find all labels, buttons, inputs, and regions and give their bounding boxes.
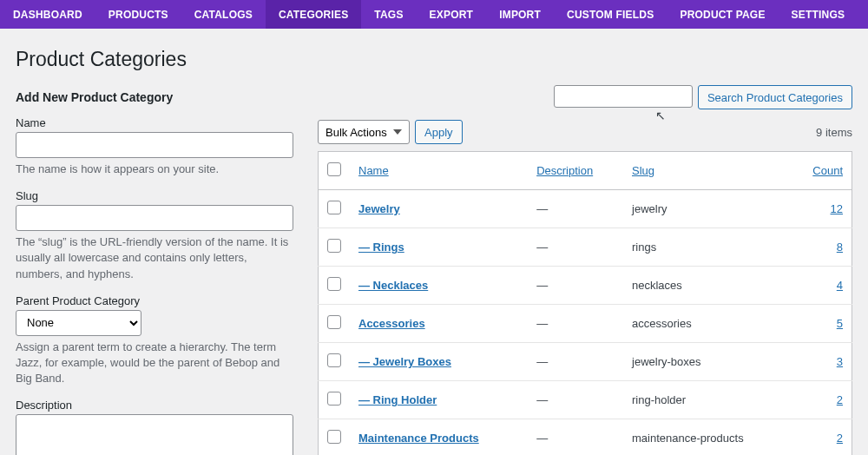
col-name[interactable]: Name xyxy=(358,164,389,177)
row-name-link[interactable]: Jewelry xyxy=(358,202,400,215)
name-help: The name is how it appears on your site. xyxy=(16,162,293,177)
row-checkbox[interactable] xyxy=(327,353,341,367)
description-label: Description xyxy=(16,399,293,412)
name-input[interactable] xyxy=(16,132,293,158)
row-count-link[interactable]: 3 xyxy=(837,355,843,368)
nav-products[interactable]: PRODUCTS xyxy=(95,0,181,29)
row-slug: ring-holder xyxy=(623,381,790,419)
row-slug: maintenance-products xyxy=(623,419,790,456)
top-nav: DASHBOARDPRODUCTSCATALOGSCATEGORIESTAGSE… xyxy=(0,0,868,29)
nav-catalogs[interactable]: CATALOGS xyxy=(181,0,266,29)
row-checkbox[interactable] xyxy=(327,315,341,329)
parent-help: Assign a parent term to create a hierarc… xyxy=(16,340,293,387)
row-description: — xyxy=(528,381,623,419)
nav-tags[interactable]: TAGS xyxy=(361,0,416,29)
table-row: — Ring Holder—ring-holder2 xyxy=(319,381,852,419)
slug-input[interactable] xyxy=(16,205,293,231)
search-button[interactable]: Search Product Categories xyxy=(698,85,852,109)
row-slug: accessories xyxy=(623,305,790,343)
col-count[interactable]: Count xyxy=(812,164,843,177)
row-name-link[interactable]: — Rings xyxy=(358,241,404,254)
parent-label: Parent Product Category xyxy=(16,294,293,307)
row-description: — xyxy=(528,228,623,267)
categories-table: Name Description Slug Count Jewelry—jewe… xyxy=(318,151,852,455)
row-count-link[interactable]: 2 xyxy=(837,393,843,406)
slug-label: Slug xyxy=(16,189,293,202)
items-count: 9 items xyxy=(816,126,852,139)
col-slug[interactable]: Slug xyxy=(632,164,654,177)
apply-button[interactable]: Apply xyxy=(415,120,463,144)
row-name-link[interactable]: — Ring Holder xyxy=(358,393,437,406)
row-slug: jewelry-boxes xyxy=(623,343,790,381)
row-description: — xyxy=(528,419,623,456)
row-count-link[interactable]: 2 xyxy=(837,432,843,445)
nav-dashboard[interactable]: DASHBOARD xyxy=(0,0,95,29)
row-name-link[interactable]: — Necklaces xyxy=(358,279,428,292)
table-row: Accessories—accessories5 xyxy=(319,305,852,343)
nav-export[interactable]: EXPORT xyxy=(417,0,487,29)
row-name-link[interactable]: Accessories xyxy=(358,317,425,330)
row-description: — xyxy=(528,190,623,228)
bulk-actions-select[interactable]: Bulk Actions xyxy=(318,120,410,144)
table-row: Maintenance Products—maintenance-product… xyxy=(319,419,852,456)
row-name-link[interactable]: Maintenance Products xyxy=(358,432,479,445)
row-slug: necklaces xyxy=(623,267,790,305)
parent-select[interactable]: None xyxy=(16,310,141,336)
table-row: Jewelry—jewelry12 xyxy=(319,190,852,228)
nav-categories[interactable]: CATEGORIES xyxy=(266,0,361,29)
table-row: — Necklaces—necklaces4 xyxy=(319,267,852,305)
row-description: — xyxy=(528,343,623,381)
row-description: — xyxy=(528,267,623,305)
table-row: — Jewelry Boxes—jewelry-boxes3 xyxy=(319,343,852,381)
row-description: — xyxy=(528,305,623,343)
form-heading: Add New Product Category xyxy=(16,90,293,104)
row-count-link[interactable]: 4 xyxy=(837,279,843,292)
nav-custom-fields[interactable]: CUSTOM FIELDS xyxy=(554,0,667,29)
row-slug: rings xyxy=(623,228,790,267)
col-description[interactable]: Description xyxy=(536,164,593,177)
search-input[interactable] xyxy=(554,85,693,108)
row-slug: jewelry xyxy=(623,190,790,228)
name-label: Name xyxy=(16,116,293,129)
row-checkbox[interactable] xyxy=(327,201,341,214)
nav-import[interactable]: IMPORT xyxy=(486,0,554,29)
select-all-checkbox[interactable] xyxy=(327,162,341,176)
slug-help: The “slug” is the URL-friendly version o… xyxy=(16,234,293,282)
row-checkbox[interactable] xyxy=(327,277,341,291)
row-name-link[interactable]: — Jewelry Boxes xyxy=(358,355,451,368)
row-count-link[interactable]: 8 xyxy=(837,241,843,254)
row-checkbox[interactable] xyxy=(327,392,341,406)
nav-settings[interactable]: SETTINGS xyxy=(779,0,858,29)
nav-product-page[interactable]: PRODUCT PAGE xyxy=(667,0,778,29)
row-checkbox[interactable] xyxy=(327,430,341,444)
add-category-form: Add New Product Category Name The name i… xyxy=(16,90,293,455)
row-count-link[interactable]: 12 xyxy=(831,202,843,215)
row-count-link[interactable]: 5 xyxy=(837,317,843,330)
page-title: Product Categories xyxy=(16,48,852,71)
table-row: — Rings—rings8 xyxy=(319,228,852,267)
description-textarea[interactable] xyxy=(16,414,293,455)
row-checkbox[interactable] xyxy=(327,239,341,253)
